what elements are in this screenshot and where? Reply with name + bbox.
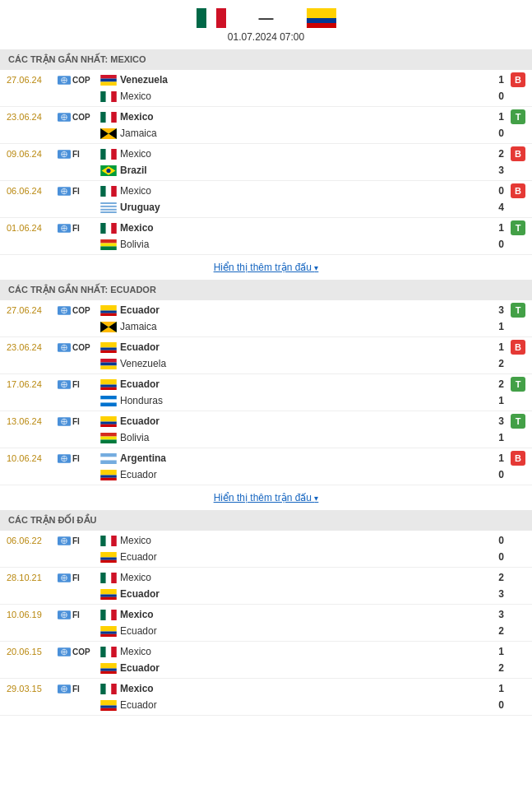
team-row: Jamaica xyxy=(100,128,488,139)
tournament-col: FI xyxy=(58,610,100,619)
score: 2 xyxy=(488,148,504,160)
score: 0 xyxy=(488,239,504,250)
result-badge: T xyxy=(511,109,525,124)
tournament-col: FI xyxy=(58,380,100,389)
match-pair: 06.06.24FIMexico0BUruguay4 xyxy=(0,181,532,218)
table-row: Jamaica1 xyxy=(0,318,532,336)
svg-rect-151 xyxy=(100,670,117,673)
svg-rect-81 xyxy=(100,365,117,369)
team-name: Ecuador xyxy=(120,551,157,563)
svg-rect-21 xyxy=(106,112,112,123)
team-name: Mexico xyxy=(120,535,151,546)
svg-rect-47 xyxy=(100,205,117,206)
team-row: Venezuela xyxy=(100,74,488,86)
match-date: 20.06.15 xyxy=(7,647,58,656)
team-name: Venezuela xyxy=(120,358,166,369)
svg-rect-88 xyxy=(100,387,117,389)
match-date: 09.06.24 xyxy=(7,149,58,159)
team-row: Mexico xyxy=(100,222,488,234)
team-row: Mexico xyxy=(100,111,488,123)
table-row: 17.06.24FIEcuador2T xyxy=(0,374,532,392)
tournament-label: FI xyxy=(72,187,80,196)
table-row: 06.06.24FIMexico0B xyxy=(0,181,532,199)
score: 3 xyxy=(488,304,504,316)
team-row: Jamaica xyxy=(100,321,488,332)
table-row: Mexico0 xyxy=(0,88,532,106)
svg-rect-111 xyxy=(100,477,117,480)
svg-rect-65 xyxy=(100,310,117,313)
team-name: Ecuador xyxy=(120,304,160,316)
match-date: 29.03.15 xyxy=(7,684,58,694)
svg-rect-46 xyxy=(100,202,117,204)
svg-rect-149 xyxy=(100,663,117,669)
match-pair: 29.03.15FIMexico1Ecuador0 xyxy=(0,679,532,716)
svg-rect-107 xyxy=(100,457,117,460)
svg-rect-136 xyxy=(100,610,106,620)
svg-rect-49 xyxy=(100,211,117,213)
score: 0 xyxy=(488,551,504,563)
score: 3 xyxy=(488,588,504,600)
team-row: Mexico xyxy=(100,683,488,694)
score: 2 xyxy=(488,662,504,674)
tournament-label: FI xyxy=(72,380,80,389)
team-name: Ecuador xyxy=(120,469,157,480)
table-row: Venezuela2 xyxy=(0,355,532,373)
tournament-label: COP xyxy=(72,343,90,352)
score: 1 xyxy=(488,683,504,694)
tournament-label: FI xyxy=(72,573,80,582)
vs-separator: — xyxy=(259,10,274,27)
match-date: 23.06.24 xyxy=(7,342,58,352)
svg-rect-97 xyxy=(100,421,117,424)
team-row: Ecuador xyxy=(100,625,488,637)
result-badge: T xyxy=(511,220,525,235)
match-date: 23.06.24 xyxy=(7,112,58,122)
mexico-flag xyxy=(197,8,226,28)
show-more-button[interactable]: Hiển thị thêm trận đấu ▾ xyxy=(0,485,532,510)
section-header-mexico-recent: CÁC TRẬN GẦN NHẤT: MEXICO xyxy=(0,49,532,70)
score: 1 xyxy=(488,321,504,332)
team-row: Ecuador xyxy=(100,662,488,674)
svg-rect-76 xyxy=(100,342,117,348)
svg-rect-101 xyxy=(100,439,117,443)
table-row: Uruguay4 xyxy=(0,199,532,217)
table-row: Ecuador2 xyxy=(0,660,532,678)
table-row: 13.06.24FIEcuador3T xyxy=(0,411,532,429)
result-badge: T xyxy=(511,303,525,318)
table-row: Ecuador3 xyxy=(0,586,532,604)
table-row: Bolivia0 xyxy=(0,236,532,254)
svg-rect-146 xyxy=(100,647,106,657)
table-row: Ecuador2 xyxy=(0,623,532,641)
team-name: Mexico xyxy=(120,111,154,123)
table-row: Honduras1 xyxy=(0,392,532,411)
tournament-col: FI xyxy=(58,417,100,426)
match-date: 10.06.24 xyxy=(7,453,58,463)
main-container: — 01.07.2024 07:00 CÁC TRẬN GẦN NHẤT: ME… xyxy=(0,0,532,716)
score: 3 xyxy=(488,165,504,176)
svg-rect-64 xyxy=(100,305,117,311)
svg-rect-14 xyxy=(106,91,112,102)
svg-rect-42 xyxy=(100,186,106,197)
svg-rect-147 xyxy=(106,647,112,657)
match-date: 28.10.21 xyxy=(7,573,58,582)
svg-rect-118 xyxy=(111,536,117,546)
table-row: 01.06.24FIMexico1T xyxy=(0,218,532,236)
match-pair: 23.06.24COPMexico1TJamaica0 xyxy=(0,107,532,144)
table-row: Ecuador0 xyxy=(0,466,532,485)
match-pair: 27.06.24COPEcuador3TJamaica1 xyxy=(0,300,532,337)
svg-rect-127 xyxy=(106,573,112,583)
score: 2 xyxy=(488,572,504,583)
svg-rect-4 xyxy=(307,18,336,23)
svg-rect-48 xyxy=(100,208,117,210)
team-name: Jamaica xyxy=(120,128,157,139)
table-row: Brazil3 xyxy=(0,162,532,180)
tournament-col: FI xyxy=(58,573,100,582)
score: 0 xyxy=(488,699,504,711)
svg-rect-157 xyxy=(106,684,112,694)
svg-rect-78 xyxy=(100,350,117,352)
svg-rect-3 xyxy=(307,8,336,18)
team-row: Ecuador xyxy=(100,469,488,480)
table-row: 09.06.24FIMexico2B xyxy=(0,144,532,162)
match-pair: 20.06.15COPMexico1Ecuador2 xyxy=(0,642,532,679)
tournament-label: FI xyxy=(72,684,80,694)
show-more-button[interactable]: Hiển thị thêm trận đấu ▾ xyxy=(0,255,532,280)
